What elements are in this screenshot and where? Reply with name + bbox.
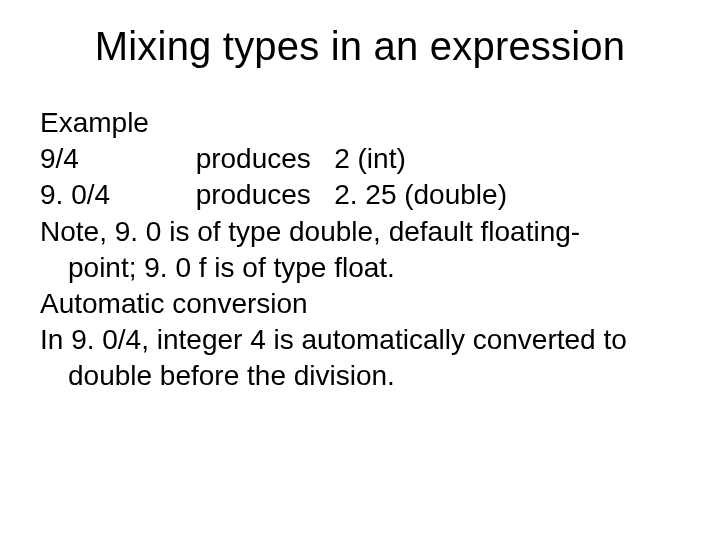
slide: Mixing types in an expression Example 9/… — [0, 0, 720, 540]
expr: 9/4 — [40, 143, 79, 174]
example-row: 9. 0/4 produces 2. 25 (double) — [40, 177, 680, 213]
example-label: Example — [40, 105, 680, 141]
auto-conversion-label: Automatic conversion — [40, 286, 680, 322]
result: 2 (int) — [334, 143, 406, 174]
auto-conversion-line: In 9. 0/4, integer 4 is automatically co… — [40, 322, 680, 358]
note-line: Note, 9. 0 is of type double, default fl… — [40, 214, 680, 250]
auto-conversion-line-cont: double before the division. — [40, 358, 680, 394]
example-row: 9/4 produces 2 (int) — [40, 141, 680, 177]
slide-body: Example 9/4 produces 2 (int) 9. 0/4 prod… — [40, 105, 680, 394]
result: 2. 25 (double) — [334, 179, 507, 210]
note-line-cont: point; 9. 0 f is of type float. — [40, 250, 680, 286]
expr: 9. 0/4 — [40, 179, 110, 210]
verb: produces — [196, 179, 311, 210]
verb: produces — [196, 143, 311, 174]
slide-title: Mixing types in an expression — [40, 24, 680, 69]
